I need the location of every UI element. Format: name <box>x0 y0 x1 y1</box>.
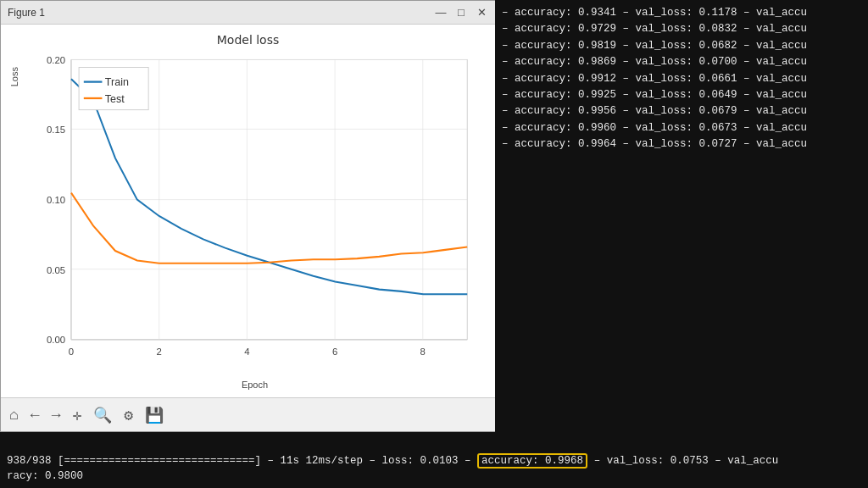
log-line: – accuracy: 0.9341 – val_loss: 0.1178 – … <box>502 5 861 21</box>
svg-text:0.15: 0.15 <box>47 125 65 135</box>
log-line: – accuracy: 0.9960 – val_loss: 0.0673 – … <box>502 120 861 136</box>
figure-toolbar: ⌂ ← → ✛ 🔍 ⚙ 💾 <box>1 397 495 431</box>
home-icon[interactable]: ⌂ <box>9 407 19 424</box>
status-bar: 938/938 [==============================]… <box>0 451 868 489</box>
chart-svg: 0.00 0.05 0.10 0.15 0.20 0 2 4 6 8 <box>23 50 487 378</box>
svg-text:Test: Test <box>105 93 125 105</box>
accuracy-highlight: accuracy: 0.9968 <box>477 453 587 469</box>
svg-text:0.10: 0.10 <box>47 195 65 205</box>
svg-text:0.20: 0.20 <box>47 55 65 65</box>
maximize-button[interactable]: □ <box>454 6 468 19</box>
log-line: – accuracy: 0.9925 – val_loss: 0.0649 – … <box>502 87 861 103</box>
settings-icon[interactable]: ⚙ <box>124 406 133 424</box>
x-axis-label: Epoch <box>23 380 487 390</box>
back-icon[interactable]: ← <box>31 407 40 424</box>
racy-value: racy: 0.9800 <box>7 470 83 482</box>
status-line-2: racy: 0.9800 <box>7 469 861 485</box>
chart-inner: 0.00 0.05 0.10 0.15 0.20 0 2 4 6 8 <box>23 50 487 390</box>
plot-title: Model loss <box>217 33 280 47</box>
forward-icon[interactable]: → <box>52 407 61 424</box>
close-button[interactable]: ✕ <box>475 6 488 19</box>
log-line: – accuracy: 0.9912 – val_loss: 0.0661 – … <box>502 71 861 87</box>
plot-area: Model loss Loss <box>1 25 495 397</box>
figure-window: Figure 1 — □ ✕ Model loss Loss <box>0 0 496 432</box>
status-line-1: 938/938 [==============================]… <box>7 453 861 469</box>
svg-text:Train: Train <box>105 76 129 88</box>
pan-icon[interactable]: ✛ <box>72 406 81 424</box>
zoom-icon[interactable]: 🔍 <box>93 406 112 424</box>
log-line: – accuracy: 0.9729 – val_loss: 0.0832 – … <box>502 21 861 37</box>
log-line: – accuracy: 0.9819 – val_loss: 0.0682 – … <box>502 38 861 54</box>
title-bar: Figure 1 — □ ✕ <box>1 1 495 25</box>
status-prefix: 938/938 [==============================]… <box>7 455 477 467</box>
figure-title: Figure 1 <box>8 7 45 19</box>
terminal-panel: – accuracy: 0.9341 – val_loss: 0.1178 – … <box>495 0 868 488</box>
log-line: – accuracy: 0.9956 – val_loss: 0.0679 – … <box>502 103 861 119</box>
minimize-button[interactable]: — <box>434 6 448 19</box>
svg-text:0.00: 0.00 <box>47 335 65 345</box>
y-axis-label: Loss <box>9 67 19 86</box>
log-line: – accuracy: 0.9869 – val_loss: 0.0700 – … <box>502 54 861 70</box>
svg-text:6: 6 <box>332 347 337 357</box>
svg-text:8: 8 <box>420 347 426 357</box>
svg-text:0: 0 <box>69 347 74 357</box>
chart-container: Loss <box>9 50 487 390</box>
svg-text:2: 2 <box>157 347 162 357</box>
save-icon[interactable]: 💾 <box>145 406 164 424</box>
svg-text:4: 4 <box>244 347 249 357</box>
svg-text:0.05: 0.05 <box>47 265 65 275</box>
status-suffix: – val_loss: 0.0753 – val_accu <box>587 455 778 467</box>
title-bar-buttons: — □ ✕ <box>434 6 488 19</box>
log-line: – accuracy: 0.9964 – val_loss: 0.0727 – … <box>502 136 861 152</box>
